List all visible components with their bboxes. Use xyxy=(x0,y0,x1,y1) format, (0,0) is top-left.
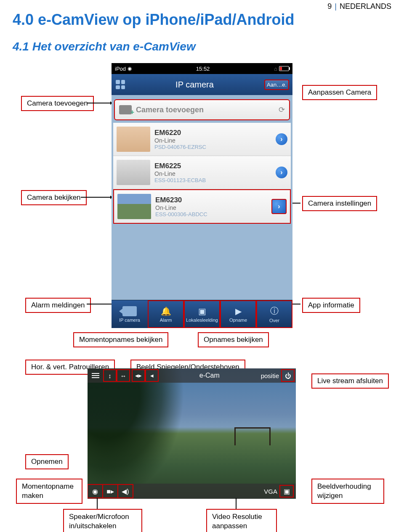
callout-momentopnames: Momentopnames bekijken xyxy=(73,332,168,347)
leader-line xyxy=(236,498,237,509)
patrol-icons: ↕ ↔ xyxy=(104,370,130,381)
camera-code: ESS-001123-ECBAB xyxy=(154,177,276,183)
camera-name: EM6220 xyxy=(154,129,276,137)
detail-arrow-icon[interactable]: › xyxy=(276,167,287,178)
tab-snapshot[interactable]: ▣ Lokalesleelding xyxy=(184,300,220,328)
tab-label: Over xyxy=(269,318,279,323)
resolution-label[interactable]: VGA xyxy=(264,488,277,495)
image-icon: ▣ xyxy=(198,306,206,316)
bell-icon: 🔔 xyxy=(161,306,171,316)
page-language: NEDERLANDS xyxy=(340,2,391,11)
callout-camera-instellingen: Camera instellingen xyxy=(302,196,377,211)
page-header: 9 | NEDERLANDS xyxy=(327,2,391,11)
battery-icon xyxy=(279,66,289,71)
live-view-screenshot: ↕ ↔ ◂▸ ◂ e-Cam positie ⏻ ◉ ■▸ ◀) VGA ▣ xyxy=(88,368,296,499)
flip-v-icon[interactable]: ◂ xyxy=(146,370,158,381)
camera-icon xyxy=(122,306,137,316)
tab-bar: IP camera 🔔 Alarm ▣ Lokalesleelding ▶ Op… xyxy=(112,300,292,328)
patrol-h-icon[interactable]: ↔ xyxy=(117,370,130,381)
scenery-tree xyxy=(88,368,184,499)
tab-about[interactable]: ⓘ Over xyxy=(256,300,292,328)
camera-status: On-Line xyxy=(155,204,271,211)
leader-line xyxy=(87,103,110,103)
camera-thumbnail xyxy=(117,160,150,185)
page-number: 9 xyxy=(327,2,332,11)
callout-aanpassen-camera: Aanpassen Camera xyxy=(302,85,377,100)
camera-row[interactable]: EM6225 On-Line ESS-001123-ECBAB › xyxy=(113,156,291,189)
add-camera-icon xyxy=(119,105,132,114)
tab-label: Opname xyxy=(229,318,247,323)
callout-momentopname-maken: Momentopname maken xyxy=(16,479,82,504)
camera-code: ESS-000306-ABDCC xyxy=(155,211,271,217)
live-top-bar: ↕ ↔ ◂▸ ◂ e-Cam positie ⏻ xyxy=(88,368,296,383)
camera-thumbnail xyxy=(117,127,150,152)
camera-status: On-Line xyxy=(154,170,276,177)
time-label: 15:52 xyxy=(196,66,210,72)
leader-line xyxy=(81,197,110,198)
close-live-button[interactable]: ⏻ xyxy=(282,370,294,381)
callout-alarm-meldingen: Alarm meldingen xyxy=(25,298,91,313)
detail-arrow-icon[interactable]: › xyxy=(271,199,287,214)
live-title: e-Cam xyxy=(158,372,261,379)
snapshot-button[interactable]: ◉ xyxy=(88,484,103,498)
edit-button[interactable]: Aan…e. xyxy=(264,79,289,90)
camera-row-highlighted[interactable]: EM6230 On-Line ESS-000306-ABDCC › xyxy=(113,189,291,224)
grid-icon[interactable] xyxy=(116,80,125,89)
patrol-v-icon[interactable]: ↕ xyxy=(104,370,116,381)
callout-opnemen: Opnemen xyxy=(25,454,69,469)
refresh-icon[interactable]: ⟳ xyxy=(279,105,285,114)
tab-label: Alarm xyxy=(160,318,172,323)
live-bottom-bar: ◉ ■▸ ◀) VGA ▣ xyxy=(88,484,296,499)
menu-icon[interactable] xyxy=(92,373,99,378)
bluetooth-icon: ⌂ xyxy=(274,66,277,72)
wifi-icon: ◉ xyxy=(128,66,132,71)
speaker-button[interactable]: ◀) xyxy=(118,484,133,498)
detail-arrow-icon[interactable]: › xyxy=(276,133,287,145)
separator: | xyxy=(334,2,338,11)
callout-resolutie: Video Resolutie aanpassen xyxy=(206,509,277,532)
camera-list: EM6220 On-Line PSD-040676-EZRSC › EM6225… xyxy=(113,123,291,224)
tab-alarm[interactable]: 🔔 Alarm xyxy=(148,300,184,328)
add-camera-label: Camera toevoegen xyxy=(136,106,204,114)
status-bar: iPod ◉ 15:52 ⌂ xyxy=(112,63,292,74)
camera-status: On-Line xyxy=(154,137,276,144)
record-button[interactable]: ■▸ xyxy=(103,484,118,498)
tab-label: IP camera xyxy=(119,318,140,323)
callout-camera-toevoegen: Camera toevoegen xyxy=(21,96,94,111)
play-icon: ▶ xyxy=(235,306,242,316)
heading-1: 4.0 e-CamView op iPhone/iPad/Android xyxy=(13,11,294,29)
aspect-button[interactable]: ▣ xyxy=(280,485,293,497)
camera-code: PSD-040676-EZRSC xyxy=(154,144,276,150)
nav-bar: IP camera Aan…e. xyxy=(112,74,292,95)
device-label: iPod xyxy=(115,66,126,72)
callout-opnames: Opnames bekijken xyxy=(198,332,269,347)
leader-line xyxy=(97,498,98,509)
info-icon: ⓘ xyxy=(270,305,279,317)
camera-name: EM6230 xyxy=(155,196,271,204)
tab-label: Lokalesleelding xyxy=(186,318,218,323)
mirror-h-icon[interactable]: ◂▸ xyxy=(132,370,145,381)
mirror-icons: ◂▸ ◂ xyxy=(132,370,158,381)
position-label: positie xyxy=(261,372,279,379)
nav-title: IP camera xyxy=(125,80,264,90)
heading-2: 4.1 Het overzicht van e-CamView xyxy=(13,40,196,53)
callout-app-informatie: App informatie xyxy=(302,298,360,313)
callout-live-afsluiten: Live stream afsluiten xyxy=(311,373,389,389)
tab-ipcamera[interactable]: IP camera xyxy=(112,300,148,328)
callout-camera-bekijken: Camera bekijken xyxy=(21,190,87,205)
camera-thumbnail xyxy=(117,194,151,219)
callout-beeldverhouding: Beeldverhouding wijzigen xyxy=(311,479,384,504)
scenery-bench xyxy=(234,427,271,445)
add-camera-row[interactable]: Camera toevoegen ⟳ xyxy=(114,99,290,120)
camera-name: EM6225 xyxy=(154,162,276,170)
camera-row[interactable]: EM6220 On-Line PSD-040676-EZRSC › xyxy=(113,123,291,156)
tab-recording[interactable]: ▶ Opname xyxy=(220,300,256,328)
phone-screenshot: iPod ◉ 15:52 ⌂ IP camera Aan…e. Camera t… xyxy=(112,63,292,328)
callout-speaker: Speaker/Microfoon in/uitschakelen xyxy=(63,509,142,532)
